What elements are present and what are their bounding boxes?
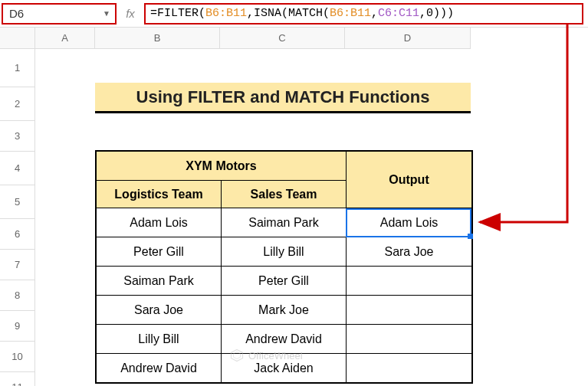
formula-segment: ,0))) <box>419 7 454 20</box>
page-title: Using FILTER and MATCH Functions <box>95 83 471 113</box>
formula-segment: B6:B11 <box>330 7 371 20</box>
cell-c7[interactable]: Lilly Bill <box>222 237 347 267</box>
row-header-10[interactable]: 10 <box>0 342 34 372</box>
cell-d6[interactable]: Adam Lois <box>347 208 472 237</box>
cell-d11[interactable] <box>347 354 472 383</box>
row-header-3[interactable]: 3 <box>0 121 34 152</box>
cell-b6[interactable]: Adam Lois <box>97 208 222 237</box>
row-header-6[interactable]: 6 <box>0 219 34 250</box>
select-all-corner[interactable] <box>0 28 35 49</box>
row-header-9[interactable]: 9 <box>0 311 34 342</box>
watermark-text: OfficeWheel <box>248 350 303 361</box>
cell-c8[interactable]: Peter Gill <box>222 267 347 296</box>
formula-segment: , <box>371 7 378 20</box>
cell-c6[interactable]: Saiman Park <box>222 208 347 237</box>
row-header-8[interactable]: 8 <box>0 280 34 311</box>
cell-d8[interactable] <box>347 267 472 296</box>
name-box-dropdown-icon[interactable]: ▼ <box>98 9 115 18</box>
watermark: OfficeWheel <box>230 348 303 362</box>
column-header-d[interactable]: D <box>345 28 471 49</box>
formula-bar[interactable]: =FILTER(B6:B11,ISNA(MATCH(B6:B11,C6:C11,… <box>144 3 583 25</box>
cell-d7[interactable]: Sara Joe <box>347 237 472 267</box>
cell-b11[interactable]: Andrew David <box>97 354 222 383</box>
formula-segment: ,ISNA(MATCH( <box>247 7 330 20</box>
cell-c9[interactable]: Mark Joe <box>222 296 347 325</box>
formula-segment: B6:B11 <box>205 7 247 20</box>
logistics-team-header: Logistics Team <box>97 181 222 208</box>
name-box[interactable] <box>3 7 98 20</box>
cell-d10[interactable] <box>347 325 472 354</box>
sales-team-header: Sales Team <box>222 181 347 208</box>
cell-b7[interactable]: Peter Gill <box>97 237 222 267</box>
row-header-11[interactable]: 11 <box>0 372 34 386</box>
formula-segment: =FILTER( <box>150 7 205 20</box>
formula-segment: C6:C11 <box>378 7 419 20</box>
cell-b10[interactable]: Lilly Bill <box>97 325 222 354</box>
name-box-wrap: ▼ <box>2 3 117 25</box>
svg-marker-1 <box>232 350 243 361</box>
row-header-2[interactable]: 2 <box>0 87 34 121</box>
xym-motors-header: XYM Motors <box>97 152 347 181</box>
table-row: Adam LoisSaiman ParkAdam Lois <box>97 208 472 237</box>
svg-marker-2 <box>234 352 241 359</box>
table-row: Saiman ParkPeter Gill <box>97 267 472 296</box>
table-row: Peter GillLilly BillSara Joe <box>97 237 472 267</box>
column-header-a[interactable]: A <box>35 28 95 49</box>
output-header: Output <box>347 152 472 208</box>
cell-b8[interactable]: Saiman Park <box>97 267 222 296</box>
cell-d9[interactable] <box>347 296 472 325</box>
row-header-4[interactable]: 4 <box>0 152 34 185</box>
column-header-b[interactable]: B <box>95 28 220 49</box>
table-row: Sara JoeMark Joe <box>97 296 472 325</box>
column-header-c[interactable]: C <box>220 28 345 49</box>
watermark-logo-icon <box>230 348 244 362</box>
row-header-1[interactable]: 1 <box>0 49 34 87</box>
fx-icon: fx <box>117 7 144 20</box>
column-headers: ABCD <box>0 28 588 49</box>
row-header-7[interactable]: 7 <box>0 250 34 280</box>
row-header-5[interactable]: 5 <box>0 185 34 219</box>
row-headers: 1234567891011 <box>0 49 35 386</box>
formula-toolbar: ▼ fx =FILTER(B6:B11,ISNA(MATCH(B6:B11,C6… <box>0 0 588 28</box>
cell-b9[interactable]: Sara Joe <box>97 296 222 325</box>
